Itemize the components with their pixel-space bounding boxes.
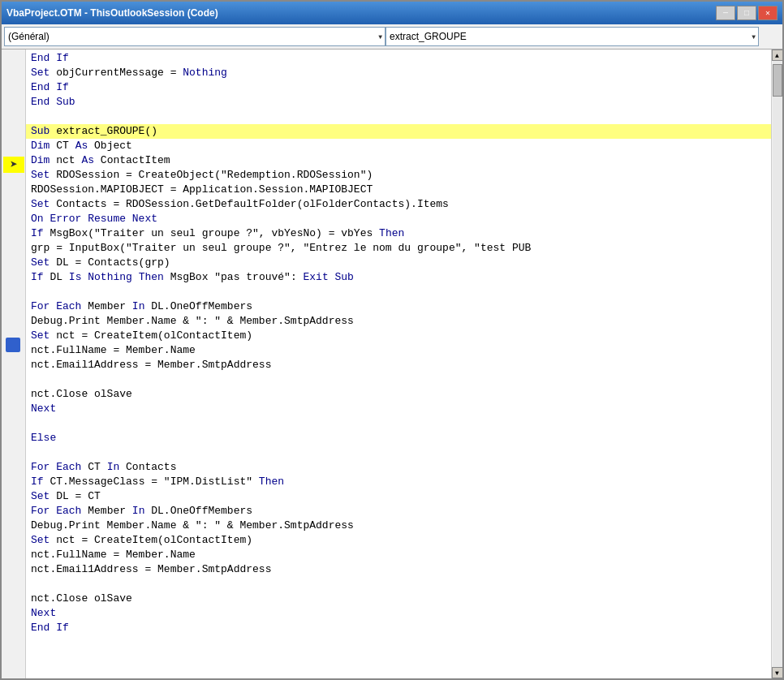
- close-button[interactable]: ✕: [758, 6, 778, 20]
- code-line: If CT.MessageClass = "IPM.DistList" Then: [26, 475, 771, 489]
- code-line: nct.Close olSave: [26, 592, 771, 606]
- code-line: Next: [26, 402, 771, 416]
- scroll-up-button[interactable]: ▲: [772, 49, 783, 61]
- code-line: Set RDOSession = CreateObject("Redemptio…: [26, 168, 771, 183]
- code-line: End If: [26, 80, 771, 95]
- breakpoint-dot: [6, 338, 20, 352]
- code-line: For Each Member In DL.OneOffMembers: [26, 504, 771, 519]
- code-line: nct.Email1Address = Member.SmtpAddress: [26, 562, 771, 577]
- toolbar: (Général) extract_GROUPE: [2, 24, 782, 49]
- general-dropdown[interactable]: (Général): [4, 27, 386, 46]
- code-line: On Error Resume Next: [26, 212, 771, 226]
- vertical-scrollbar[interactable]: ▲ ▼: [771, 49, 782, 678]
- code-line: Debug.Print Member.Name & ": " & Member.…: [26, 314, 771, 329]
- code-line: Dim CT As Object: [26, 139, 771, 153]
- code-line: nct.Close olSave: [26, 387, 771, 402]
- title-bar-buttons: ─ □ ✕: [716, 6, 778, 20]
- code-line: Dim nct As ContactItem: [26, 153, 771, 168]
- code-line: Else: [26, 431, 771, 445]
- scroll-track[interactable]: [773, 61, 782, 667]
- code-line: End Sub: [26, 95, 771, 110]
- code-line: [26, 285, 771, 299]
- code-line: [26, 577, 771, 592]
- code-line: Debug.Print Member.Name & ": " & Member.…: [26, 519, 771, 533]
- title-bar: VbaProject.OTM - ThisOutlookSession (Cod…: [2, 2, 782, 24]
- code-line: Next: [26, 606, 771, 621]
- code-line: End If: [26, 621, 771, 635]
- code-editor[interactable]: End If Set objCurrentMessage = Nothing E…: [26, 49, 771, 678]
- window-title: VbaProject.OTM - ThisOutlookSession (Cod…: [6, 7, 218, 19]
- code-line: End If: [26, 51, 771, 66]
- code-line: [26, 445, 771, 460]
- code-area: ➤ End If Set objCurrentMessage = Nothing…: [2, 49, 782, 678]
- gutter: ➤: [2, 49, 26, 678]
- code-line: Set objCurrentMessage = Nothing: [26, 66, 771, 80]
- code-line: If DL Is Nothing Then MsgBox "pas trouvé…: [26, 270, 771, 285]
- code-line: RDOSession.MAPIOBJECT = Application.Sess…: [26, 183, 771, 197]
- scroll-thumb[interactable]: [773, 64, 782, 97]
- code-line: nct.Email1Address = Member.SmtpAddress: [26, 358, 771, 372]
- main-window: VbaProject.OTM - ThisOutlookSession (Cod…: [0, 0, 784, 680]
- current-line-arrow: ➤: [3, 157, 24, 173]
- code-line: Set DL = CT: [26, 489, 771, 504]
- code-line: For Each Member In DL.OneOffMembers: [26, 299, 771, 314]
- code-line: Sub extract_GROUPE(): [26, 124, 771, 139]
- code-line: Set nct = CreateItem(olContactItem): [26, 533, 771, 548]
- code-line: grp = InputBox("Traiter un seul groupe ?…: [26, 241, 771, 256]
- code-line: [26, 372, 771, 387]
- general-dropdown-wrapper: (Général): [4, 27, 386, 46]
- scroll-down-button[interactable]: ▼: [772, 667, 783, 678]
- code-line: [26, 416, 771, 431]
- code-line: If MsgBox("Traiter un seul groupe ?", vb…: [26, 226, 771, 241]
- maximize-button[interactable]: □: [737, 6, 756, 20]
- code-line: Set nct = CreateItem(olContactItem): [26, 329, 771, 343]
- code-line: nct.FullName = Member.Name: [26, 343, 771, 358]
- code-line: [26, 110, 771, 124]
- extract-dropdown[interactable]: extract_GROUPE: [386, 27, 759, 46]
- code-line: Set DL = Contacts(grp): [26, 256, 771, 270]
- minimize-button[interactable]: ─: [716, 6, 735, 20]
- code-line: For Each CT In Contacts: [26, 460, 771, 475]
- extract-dropdown-wrapper: extract_GROUPE: [386, 27, 759, 46]
- code-line: nct.FullName = Member.Name: [26, 548, 771, 562]
- code-line: Set Contacts = RDOSession.GetDefaultFold…: [26, 197, 771, 212]
